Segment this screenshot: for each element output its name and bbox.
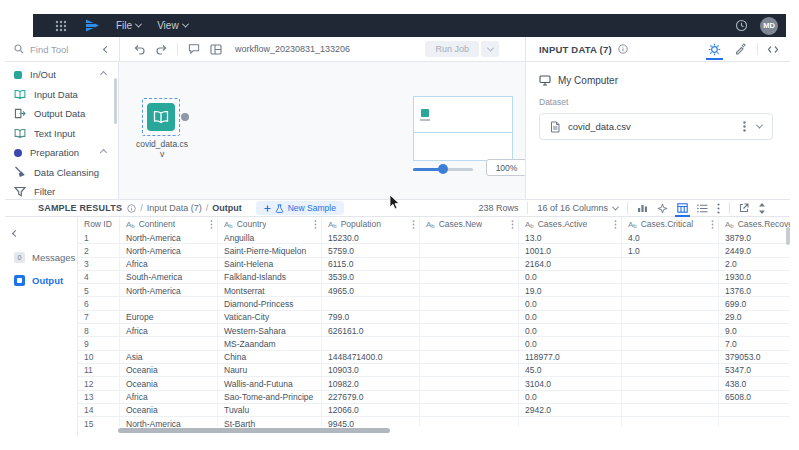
workflow-canvas[interactable]: covid_data.cs v 100% xyxy=(119,62,525,200)
table-row: 5 North-America Montserrat 4965.0 19.0 1… xyxy=(78,284,790,297)
data-cleansing-tool-icon xyxy=(14,166,26,178)
sidebar-item-input-data[interactable]: Input Data xyxy=(5,85,118,105)
breadcrumb-output[interactable]: Output xyxy=(212,203,242,213)
menu-view-label: View xyxy=(157,20,179,31)
row-id-cell: 12 xyxy=(78,377,120,389)
table-row: 6 Diamond-Princess 0.0 699.0 xyxy=(78,297,790,310)
cell-continent: Africa xyxy=(120,391,218,403)
column-header-row-id[interactable]: Row ID xyxy=(78,217,120,231)
chevron-down-icon xyxy=(135,21,142,28)
cell-cases-active: 2942.0 xyxy=(519,404,622,416)
dataset-kebab-menu-icon[interactable] xyxy=(743,121,746,132)
column-header[interactable]: Ab Population xyxy=(322,217,420,231)
zoom-slider-thumb[interactable] xyxy=(438,164,448,174)
more-options-kebab-icon[interactable] xyxy=(717,203,720,214)
table-row: 15 North-America St-Barth 9945.0 xyxy=(78,417,790,427)
plus-icon xyxy=(264,205,271,212)
info-icon[interactable] xyxy=(618,44,628,54)
canvas-minimap[interactable] xyxy=(413,96,513,161)
tab-output[interactable]: Output xyxy=(14,275,77,286)
eyedropper-icon[interactable] xyxy=(734,43,746,55)
run-job-options-button[interactable] xyxy=(481,41,499,57)
source-my-computer[interactable]: My Computer xyxy=(539,75,790,86)
cell-cases-new xyxy=(420,271,519,283)
help-clock-icon[interactable] xyxy=(735,19,748,32)
row-id-cell: 2 xyxy=(78,244,120,256)
cell-continent: North-America xyxy=(120,284,218,296)
suggestions-sparkle-icon[interactable] xyxy=(657,203,668,214)
open-external-icon[interactable] xyxy=(739,203,749,213)
dataset-label: Dataset xyxy=(539,97,790,107)
chevron-down-icon xyxy=(182,21,189,28)
cell-cases-new xyxy=(420,231,519,243)
cell-country: Anguilla xyxy=(218,231,322,243)
sidebar-category-preparation[interactable]: Preparation xyxy=(5,143,118,163)
text-input-tool-icon xyxy=(14,128,26,139)
collapse-category-icon xyxy=(100,149,107,156)
cell-cases-active: 3104.0 xyxy=(519,377,622,389)
sidebar-item-text-input[interactable]: Text Input xyxy=(5,124,118,144)
cell-cases-new xyxy=(420,391,519,403)
collapse-sidebar-icon[interactable] xyxy=(103,45,110,52)
collapse-rail-icon[interactable] xyxy=(13,222,77,240)
cell-country: Western-Sahara xyxy=(218,324,322,336)
user-avatar[interactable]: MD xyxy=(760,17,778,35)
cell-continent: Africa xyxy=(120,258,218,270)
find-tool-input[interactable]: Find Tool xyxy=(30,44,68,55)
column-menu-kebab-icon[interactable] xyxy=(511,220,514,229)
panel-settings-gear-icon[interactable] xyxy=(708,43,721,56)
grid-view-icon[interactable] xyxy=(677,203,688,213)
cell-cases-new xyxy=(420,258,519,270)
menu-file[interactable]: File xyxy=(116,20,141,31)
cell-cases-recovered: 438.0 xyxy=(719,377,790,389)
menu-view[interactable]: View xyxy=(157,20,188,31)
sidebar-scrollbar[interactable] xyxy=(114,78,117,124)
cell-population: 10982.0 xyxy=(322,377,420,389)
dataset-expand-chevron[interactable] xyxy=(756,122,763,129)
cell-cases-new xyxy=(420,324,519,336)
column-header[interactable]: Ab Cases.Critical xyxy=(622,217,719,231)
column-header[interactable]: Ab Cases.Recovered xyxy=(719,217,790,231)
tab-messages[interactable]: 0 Messages xyxy=(14,252,77,263)
input-data-node[interactable] xyxy=(147,103,175,131)
table-row: 7 Europe Vatican-City 799.0 0.0 29.0 xyxy=(78,311,790,324)
expand-results-icon[interactable] xyxy=(758,203,766,214)
column-header[interactable]: Ab Country xyxy=(218,217,322,231)
sidebar-item-output-data[interactable]: Output Data xyxy=(5,104,118,124)
column-menu-kebab-icon[interactable] xyxy=(614,220,617,229)
sidebar-item-data-cleansing[interactable]: Data Cleansing xyxy=(5,163,118,183)
cell-cases-new xyxy=(420,284,519,296)
cell-cases-recovered: 2449.0 xyxy=(719,244,790,256)
zoom-level-value[interactable]: 100% xyxy=(486,159,527,176)
designer-cloud-logo-icon[interactable] xyxy=(85,19,100,32)
expand-panel-icon[interactable] xyxy=(767,45,779,54)
table-horizontal-scrollbar[interactable] xyxy=(118,428,390,433)
list-view-icon[interactable] xyxy=(697,204,708,213)
column-menu-kebab-icon[interactable] xyxy=(412,220,415,229)
column-menu-kebab-icon[interactable] xyxy=(314,220,317,229)
chart-view-icon[interactable] xyxy=(637,203,648,213)
column-menu-kebab-icon[interactable] xyxy=(711,220,714,229)
column-header[interactable]: Ab Cases.New xyxy=(420,217,519,231)
breadcrumb-input-data[interactable]: Input Data (7) xyxy=(147,203,202,213)
cell-cases-active: 1001.0 xyxy=(519,244,622,256)
cell-country: Vatican-City xyxy=(218,311,322,323)
table-vertical-scrollbar[interactable] xyxy=(786,227,790,245)
row-id-cell: 4 xyxy=(78,271,120,283)
columns-selector[interactable]: 16 of 16 Columns xyxy=(537,203,618,213)
new-sample-button[interactable]: New Sample xyxy=(256,201,344,215)
info-icon[interactable] xyxy=(127,204,136,213)
app-launcher-waffle-icon[interactable] xyxy=(55,20,67,32)
node-output-anchor[interactable] xyxy=(181,113,189,121)
column-header[interactable]: Ab Continent xyxy=(120,217,218,231)
sidebar-item-filter[interactable]: Filter xyxy=(5,182,118,200)
dataset-card[interactable]: covid_data.csv xyxy=(539,113,773,140)
column-menu-kebab-icon[interactable] xyxy=(210,220,213,229)
output-badge-icon xyxy=(14,275,25,286)
cell-cases-new xyxy=(420,351,519,363)
cell-cases-active: 0.0 xyxy=(519,271,622,283)
sidebar-category-in-out[interactable]: In/Out xyxy=(5,65,118,85)
cell-population xyxy=(322,337,420,349)
column-header[interactable]: Ab Cases.Active xyxy=(519,217,622,231)
cell-continent: Africa xyxy=(120,324,218,336)
